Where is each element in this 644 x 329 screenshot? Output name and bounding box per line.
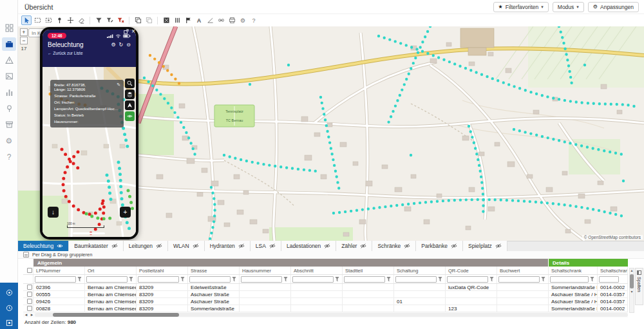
- filter-stadtteil-input[interactable]: [344, 276, 385, 283]
- group-hint-bar[interactable]: Per Drag & Drop gruppieren: [18, 251, 644, 259]
- table-row[interactable]: 00828Bernau am Chiemsee83209Sommerlandst…: [23, 305, 628, 312]
- filter-edit-tool[interactable]: [104, 15, 115, 25]
- filter-schaltschranknummer-input[interactable]: [599, 276, 619, 283]
- tab-hydranten[interactable]: Hydranten: [205, 241, 251, 251]
- col-schaltschrank[interactable]: Schaltschrank: [549, 267, 598, 274]
- refresh-icon[interactable]: ↻: [119, 42, 124, 48]
- zoom-out-button[interactable]: −: [20, 37, 28, 44]
- phone-download-button[interactable]: ↓: [48, 207, 59, 218]
- filter-ort-input[interactable]: [86, 276, 128, 283]
- col-strasse[interactable]: Strasse: [188, 267, 240, 274]
- close-icon[interactable]: ×: [131, 29, 135, 34]
- marker-tool[interactable]: [54, 15, 64, 25]
- row-checkbox[interactable]: [27, 299, 32, 304]
- col-schaltschranknummer[interactable]: Schaltschranknummer: [598, 267, 628, 274]
- select-all-checkbox[interactable]: [27, 268, 32, 273]
- label-tool[interactable]: A: [194, 15, 204, 25]
- phone-search-button[interactable]: [125, 79, 135, 88]
- row-checkbox[interactable]: [27, 292, 32, 297]
- v-scroll-thumb[interactable]: [630, 274, 634, 288]
- col-qr-code[interactable]: QR-Code: [446, 267, 497, 274]
- anpassungen-button[interactable]: ⚙Anpassungen: [588, 2, 639, 12]
- filter-lpnummer-input[interactable]: [35, 276, 76, 283]
- box-select-add-tool[interactable]: [43, 15, 53, 25]
- tab-beleuchtung[interactable]: Beleuchtung: [18, 241, 69, 251]
- help-tool[interactable]: ?: [249, 15, 259, 25]
- tab-wlan[interactable]: WLAN: [168, 241, 205, 251]
- spalten-panel-tab[interactable]: Spalten: [635, 268, 643, 305]
- filter-tool[interactable]: [93, 15, 104, 25]
- phone-visibility-button[interactable]: [125, 111, 135, 121]
- scroll-down-button[interactable]: ▾: [630, 290, 632, 294]
- col-lpnummer[interactable]: LPNummer: [33, 267, 85, 274]
- minus-circle-icon[interactable]: ⊖: [126, 42, 131, 48]
- funnel-icon[interactable]: [335, 277, 339, 282]
- filter-abschnitt-input[interactable]: [292, 276, 334, 283]
- table-row[interactable]: 02396Bernau am Chiemsee83209Edelweißstra…: [23, 284, 628, 291]
- funnel-icon[interactable]: [77, 277, 82, 282]
- scroll-right-button[interactable]: ▸: [29, 312, 35, 317]
- table-row[interactable]: 00555Bernau am Chiemsee83209Aschauer Str…: [23, 291, 628, 298]
- col-schaltung[interactable]: Schaltung: [394, 267, 446, 274]
- filter-strasse-input[interactable]: [189, 276, 231, 283]
- h-scroll-track[interactable]: [35, 313, 628, 317]
- modus-button[interactable]: Modus▾: [553, 2, 584, 12]
- funnel-icon[interactable]: [232, 277, 236, 282]
- funnel-icon[interactable]: [386, 277, 391, 282]
- filter-schaltung-input[interactable]: [395, 276, 437, 283]
- col-ort[interactable]: Ort: [85, 267, 137, 274]
- tab-zaehler[interactable]: Zähler: [336, 241, 372, 251]
- sidebar-item-dashboard[interactable]: [2, 21, 16, 35]
- filter-postleitzahl-input[interactable]: [138, 276, 179, 283]
- sidebar-item-statistics[interactable]: [2, 86, 16, 99]
- col-abschnitt[interactable]: Abschnitt: [291, 267, 343, 274]
- funnel-icon[interactable]: [541, 277, 545, 282]
- filter-hausnummer-input[interactable]: [241, 276, 282, 283]
- scroll-left-button[interactable]: ◂: [23, 312, 29, 317]
- sidebar-item-settings[interactable]: ⚙: [2, 134, 16, 147]
- filter-qr-code-input[interactable]: [447, 276, 488, 283]
- paste-features-tool[interactable]: [144, 15, 154, 25]
- edit-pencil-icon[interactable]: ✎: [117, 82, 120, 88]
- col-stadtteil[interactable]: Stadtteil: [343, 267, 394, 274]
- scroll-up-button[interactable]: ▴: [630, 268, 632, 273]
- h-scroll-thumb[interactable]: [53, 313, 179, 317]
- filter-schaltschrank-input[interactable]: [550, 276, 589, 283]
- filterfavoriten-button[interactable]: ★Filterfavoriten▾: [493, 2, 549, 12]
- erase-tool[interactable]: [76, 15, 86, 25]
- tab-schraenke[interactable]: Schränke: [372, 241, 416, 251]
- zoom-in-button[interactable]: +: [20, 28, 28, 36]
- sidebar-item-map-workspace[interactable]: [2, 37, 16, 51]
- funnel-icon[interactable]: [438, 277, 442, 282]
- print-tool[interactable]: [227, 15, 237, 25]
- gear-icon[interactable]: ⚙: [111, 42, 115, 48]
- table-row[interactable]: 09426Bernau am Chiemsee83209Aschauer Str…: [23, 298, 628, 305]
- funnel-icon[interactable]: [590, 277, 594, 282]
- funnel-icon[interactable]: [283, 277, 288, 282]
- col-buchwert[interactable]: Buchwert: [497, 267, 549, 274]
- filter-clear-tool[interactable]: [115, 15, 126, 25]
- sidebar-item-exit[interactable]: [3, 317, 15, 328]
- tab-leitungen[interactable]: Leitungen: [124, 241, 168, 251]
- col-postleitzahl[interactable]: Postleitzahl: [137, 267, 188, 274]
- tab-baumkataster[interactable]: Baumkataster: [69, 241, 123, 251]
- sidebar-item-help[interactable]: ?: [2, 150, 16, 164]
- funnel-icon[interactable]: [180, 277, 185, 282]
- map-settings-tool[interactable]: ⚙: [238, 15, 248, 25]
- tab-parkbaenke[interactable]: Parkbänke: [416, 241, 463, 251]
- col-hausnummer[interactable]: Hausnummer: [240, 267, 291, 274]
- copy-features-tool[interactable]: [133, 15, 143, 25]
- select-cursor-tool[interactable]: [21, 15, 32, 25]
- flag-tool[interactable]: [183, 15, 193, 25]
- group-header-details[interactable]: Details: [549, 259, 628, 267]
- sidebar-item-status[interactable]: [3, 287, 15, 298]
- measure-tool[interactable]: [205, 15, 215, 25]
- funnel-icon[interactable]: [489, 277, 494, 282]
- phone-locate-button[interactable]: [125, 100, 135, 110]
- tab-ladestationen[interactable]: Ladestationen: [281, 241, 336, 251]
- phone-map[interactable]: ✎ Breite: 47.816738, Länge: 12.379806 St…: [43, 67, 136, 237]
- row-checkbox[interactable]: [27, 285, 32, 290]
- phone-add-button[interactable]: +: [120, 207, 131, 218]
- back-to-list-link[interactable]: ← Zurück zur Liste: [43, 48, 136, 55]
- tab-lsa[interactable]: LSA: [251, 241, 281, 251]
